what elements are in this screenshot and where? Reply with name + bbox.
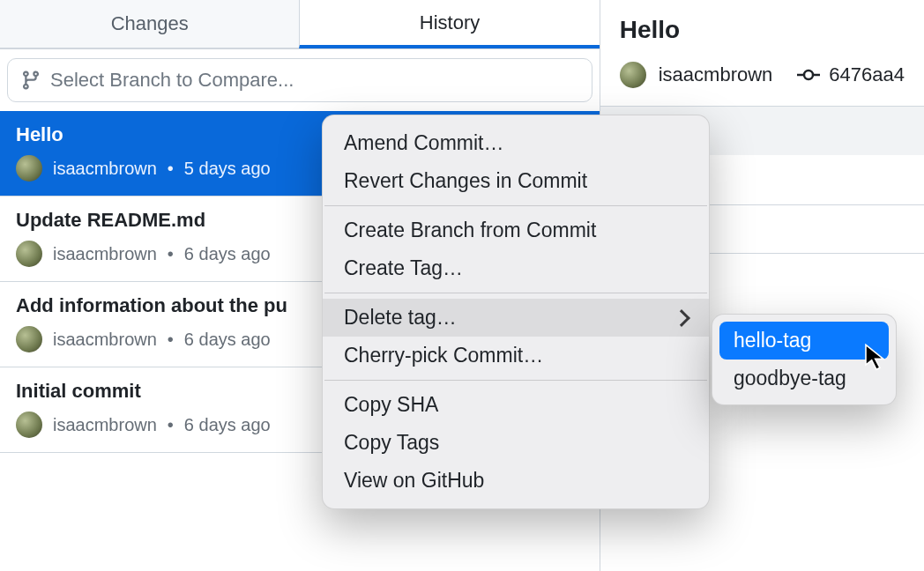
menu-copy-tags[interactable]: Copy Tags: [323, 424, 709, 462]
avatar: [16, 412, 42, 438]
menu-view-github[interactable]: View on GitHub: [323, 462, 709, 500]
tab-changes[interactable]: Changes: [0, 0, 299, 48]
commit-author: isaacmbrown: [53, 159, 157, 179]
commit-author: isaacmbrown: [53, 330, 157, 350]
avatar: [620, 62, 646, 88]
commit-time: 6 days ago: [168, 330, 271, 350]
tabs: Changes History: [0, 0, 600, 49]
menu-separator: [324, 380, 707, 381]
commit-detail-author: isaacmbrown: [659, 63, 773, 86]
avatar: [16, 241, 42, 267]
menu-separator: [324, 293, 707, 293]
commit-time: 5 days ago: [168, 159, 271, 179]
branch-compare-placeholder: Select Branch to Compare...: [50, 69, 294, 92]
menu-create-branch[interactable]: Create Branch from Commit: [323, 211, 709, 249]
menu-delete-tag[interactable]: Delete tag…: [323, 299, 709, 337]
svg-point-1: [804, 70, 813, 79]
cursor-icon: [864, 344, 889, 375]
menu-copy-sha[interactable]: Copy SHA: [323, 386, 709, 424]
menu-cherry-pick[interactable]: Cherry-pick Commit…: [323, 337, 709, 374]
chevron-right-icon: [675, 312, 688, 324]
menu-create-tag[interactable]: Create Tag…: [323, 249, 709, 287]
menu-amend-commit[interactable]: Amend Commit…: [323, 124, 709, 162]
commit-author: isaacmbrown: [53, 415, 157, 435]
commit-detail-title: Hello: [620, 16, 905, 44]
branch-compare-select[interactable]: Select Branch to Compare...: [7, 58, 592, 102]
avatar: [16, 326, 42, 352]
menu-separator: [324, 205, 707, 206]
commit-detail-header: Hello isaacmbrown 6476aa4: [600, 0, 924, 106]
commit-time: 6 days ago: [168, 415, 271, 435]
commit-author: isaacmbrown: [53, 244, 157, 264]
git-branch-icon: [20, 70, 41, 91]
avatar: [16, 155, 42, 182]
commit-sha[interactable]: 6476aa4: [829, 63, 905, 86]
context-menu: Amend Commit… Revert Changes in Commit C…: [322, 115, 710, 509]
menu-revert-changes[interactable]: Revert Changes in Commit: [323, 162, 709, 200]
commit-time: 6 days ago: [168, 244, 271, 264]
commit-icon: [797, 68, 820, 82]
tab-history[interactable]: History: [299, 0, 599, 48]
